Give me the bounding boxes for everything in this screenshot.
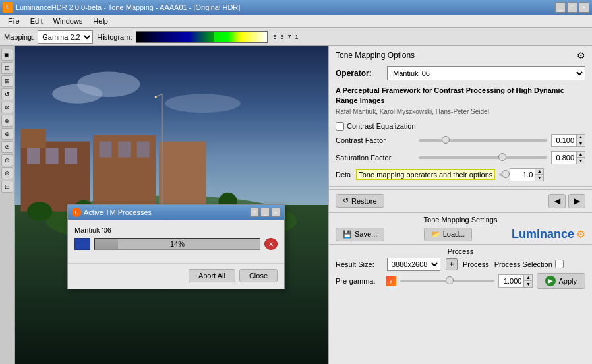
apply-icon: ▶ <box>545 276 556 286</box>
detail-down[interactable]: ▼ <box>535 175 543 181</box>
process-title: Process <box>336 247 585 255</box>
operator-select[interactable]: Mantiuk '06 Reinhard '02 Fattal Drago '0… <box>387 66 585 80</box>
dialog-help-button[interactable]: ? <box>250 208 259 217</box>
contrast-eq-label: Contrast Equalization <box>347 122 416 130</box>
svg-rect-16 <box>118 142 131 158</box>
tool-icon-4[interactable]: ↺ <box>1 88 13 100</box>
tool-icon-9[interactable]: ⊙ <box>1 154 13 166</box>
add-size-button[interactable]: + <box>446 258 458 270</box>
contrast-factor-track[interactable] <box>419 139 547 142</box>
mapping-select[interactable]: Gamma 2.2 <box>38 30 93 44</box>
dialog-footer: Abort All Close <box>68 263 284 289</box>
right-panel: Tone Mapping Options ⚙ Operator: Mantiuk… <box>328 46 592 364</box>
settings-row: 💾 Save... 📂 Load... Luminance ⚙ <box>336 228 585 241</box>
saturation-factor-thumb[interactable] <box>498 153 506 161</box>
mapping-label: Mapping: <box>4 33 34 41</box>
apply-button[interactable]: ▶ Apply <box>537 273 585 289</box>
dialog-title-bar: L Active TM Processes ? _ × <box>68 205 284 220</box>
load-label: Load... <box>443 230 465 238</box>
contrast-factor-label: Contrast Factor <box>336 136 415 144</box>
contrast-eq-checkbox[interactable] <box>336 122 344 131</box>
cancel-process-button[interactable]: ✕ <box>264 238 278 250</box>
menu-help[interactable]: Help <box>88 16 113 26</box>
load-button[interactable]: 📂 Load... <box>424 228 473 241</box>
dialog-minimize-button[interactable]: _ <box>260 208 270 217</box>
tick-6: 6 <box>280 34 283 40</box>
left-sidebar: ▣ ⊡ ⊞ ↺ ⊗ ◈ ⊕ ⊘ ⊙ ⊛ ⊟ <box>0 46 15 364</box>
tool-icon-11[interactable]: ⊟ <box>1 181 13 193</box>
contrast-factor-thumb[interactable] <box>442 136 450 144</box>
nav-prev-button[interactable]: ◀ <box>548 194 566 208</box>
svg-point-3 <box>165 94 240 113</box>
pregamma-track[interactable] <box>400 280 494 282</box>
svg-rect-10 <box>27 148 40 164</box>
contrast-factor-down[interactable]: ▼ <box>577 140 585 146</box>
pregamma-up[interactable]: ▲ <box>524 275 532 281</box>
pregamma-thumb[interactable] <box>446 276 454 284</box>
menu-edit[interactable]: Edit <box>25 16 48 26</box>
pregamma-down[interactable]: ▼ <box>524 281 532 287</box>
progress-text: 14% <box>95 239 260 249</box>
contrast-factor-up[interactable]: ▲ <box>577 135 585 140</box>
active-tm-dialog: L Active TM Processes ? _ × Mantiuk '06 … <box>67 204 285 289</box>
tool-icon-5[interactable]: ⊗ <box>1 102 13 113</box>
process-selection-checkbox[interactable] <box>555 260 564 268</box>
nav-next-button[interactable]: ▶ <box>568 194 585 208</box>
tool-icon-7[interactable]: ⊕ <box>1 128 13 140</box>
save-icon: 💾 <box>343 230 352 239</box>
app-icon: L <box>3 2 13 13</box>
minimize-button[interactable]: _ <box>555 2 566 13</box>
result-size-row: Result Size: 3880x2608 1920x1280 1280x85… <box>336 258 585 271</box>
restore-section: ↺ Restore ◀ ▶ <box>329 189 592 212</box>
detail-thumb[interactable] <box>502 170 510 178</box>
tick-7: 7 <box>287 34 291 40</box>
dialog-close-button[interactable]: × <box>271 208 280 217</box>
svg-rect-15 <box>100 142 112 158</box>
main-layout: ▣ ⊡ ⊞ ↺ ⊗ ◈ ⊕ ⊘ ⊙ ⊛ ⊟ <box>0 46 592 364</box>
process-section: Process Result Size: 3880x2608 1920x1280… <box>329 244 592 293</box>
saturation-factor-value: 0.800 <box>552 154 576 162</box>
svg-point-22 <box>155 96 157 98</box>
dialog-app-icon: L <box>72 208 81 217</box>
restore-button[interactable]: ↺ Restore <box>336 194 384 208</box>
close-button[interactable]: × <box>579 2 589 13</box>
detail-up[interactable]: ▲ <box>535 169 543 175</box>
settings-title: Tone Mapping Settings <box>336 216 585 224</box>
svg-rect-17 <box>137 142 150 158</box>
tool-icon-2[interactable]: ⊡ <box>1 62 13 74</box>
save-button[interactable]: 💾 Save... <box>336 228 384 241</box>
svg-point-23 <box>27 202 52 221</box>
tool-icon-6[interactable]: ◈ <box>1 115 13 127</box>
description-box: A Perceptual Framework for Contrast Proc… <box>329 83 592 121</box>
saturation-factor-up[interactable]: ▲ <box>577 152 585 158</box>
saturation-factor-track[interactable] <box>419 156 547 159</box>
settings-section: Tone Mapping Settings 💾 Save... 📂 Load..… <box>329 212 592 244</box>
tool-icon-3[interactable]: ⊞ <box>1 75 13 87</box>
process-selection-label: Process <box>463 260 489 268</box>
detail-track[interactable] <box>499 173 506 176</box>
tool-icon-1[interactable]: ▣ <box>1 49 13 61</box>
menu-file[interactable]: File <box>3 16 25 26</box>
restore-icon: ↺ <box>343 197 349 205</box>
save-label: Save... <box>355 230 377 238</box>
abort-all-button[interactable]: Abort All <box>189 269 235 282</box>
svg-rect-18 <box>159 142 206 212</box>
svg-point-2 <box>77 72 140 98</box>
process-selection: Process Process Selection <box>463 260 564 268</box>
result-size-select[interactable]: 3880x2608 1920x1280 1280x853 <box>387 258 440 271</box>
tool-icon-10[interactable]: ⊛ <box>1 167 13 179</box>
tool-icon-8[interactable]: ⊘ <box>1 141 13 153</box>
image-panel: L Active TM Processes ? _ × Mantiuk '06 … <box>15 46 328 364</box>
apply-label: Apply <box>558 277 577 285</box>
menu-bar: File Edit Windows Help <box>0 15 592 28</box>
menu-windows[interactable]: Windows <box>48 16 88 26</box>
panel-title: Tone Mapping Options <box>336 51 415 60</box>
dialog-close-btn[interactable]: Close <box>239 269 278 282</box>
detail-tooltip: Tone mapping operators and their options <box>356 169 495 180</box>
maximize-button[interactable]: □ <box>567 2 577 13</box>
gear-icon[interactable]: ⚙ <box>577 50 585 61</box>
saturation-factor-down[interactable]: ▼ <box>577 158 585 164</box>
pregamma-label: Pre-gamma: <box>336 277 382 285</box>
dialog-process-name: Mantiuk '06 <box>74 226 278 234</box>
tick-1: 1 <box>295 34 299 40</box>
